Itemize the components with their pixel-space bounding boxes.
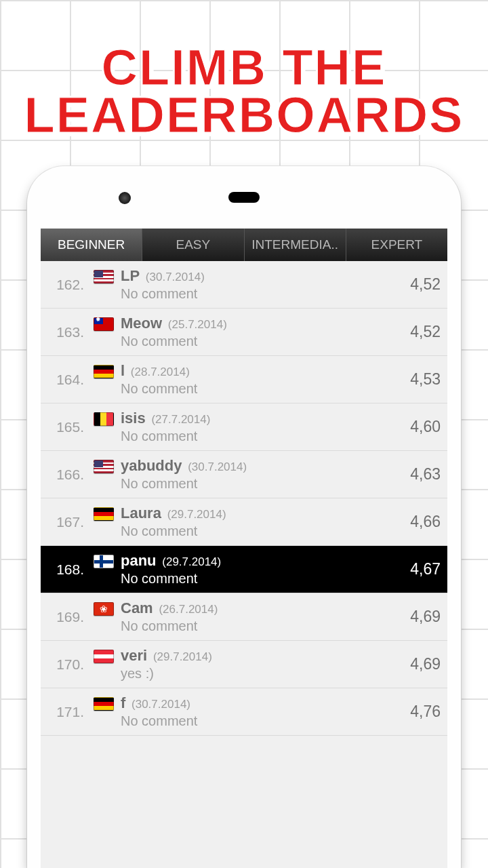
rank-number: 170. [45, 656, 84, 673]
tab-easy[interactable]: EASY [142, 229, 243, 261]
entry-date: (27.7.2014) [148, 413, 211, 426]
player-score: 4,63 [410, 465, 441, 484]
leaderboard-row[interactable]: 162.LP (30.7.2014)No comment4,52 [41, 261, 447, 309]
entry-date: (30.7.2014) [128, 698, 190, 711]
entry-date: (29.7.2014) [159, 555, 222, 568]
rank-number: 165. [45, 419, 84, 435]
player-name: yabuddy [121, 457, 182, 474]
player-comment: No comment [121, 571, 406, 587]
entry-date: (25.7.2014) [165, 318, 227, 331]
rank-number: 166. [45, 467, 84, 483]
phone-bezel [27, 166, 461, 229]
camera-icon [119, 192, 131, 204]
player-comment: No comment [121, 381, 406, 397]
entry-date: (28.7.2014) [127, 366, 190, 378]
flag-icon [94, 412, 114, 426]
flag-icon [94, 460, 114, 473]
flag-icon [94, 650, 114, 663]
player-name: Laura [121, 505, 161, 521]
player-score: 4,52 [410, 323, 441, 341]
player-info: f (30.7.2014)No comment [121, 694, 406, 729]
flag-icon [94, 507, 114, 521]
rank-number: 162. [45, 277, 84, 293]
player-score: 4,76 [410, 703, 441, 721]
player-info: l (28.7.2014)No comment [121, 362, 406, 397]
player-comment: yes :) [121, 666, 406, 682]
player-comment: No comment [121, 713, 406, 729]
title-line-2: LEADERBOARDS [24, 87, 464, 143]
flag-icon [94, 555, 114, 568]
player-info: panu (29.7.2014)No comment [121, 552, 406, 587]
tab-intermedia[interactable]: INTERMEDIA.. [244, 229, 346, 261]
phone-screen: BEGINNEREASYINTERMEDIA..EXPERT 162.LP (3… [41, 229, 447, 868]
player-name: LP [121, 267, 140, 284]
rank-number: 164. [45, 372, 84, 388]
player-score: 4,66 [410, 513, 441, 531]
rank-number: 169. [45, 609, 84, 625]
entry-date: (26.7.2014) [156, 603, 218, 616]
flag-icon [94, 365, 114, 378]
player-info: Laura (29.7.2014)No comment [121, 505, 406, 539]
rank-number: 171. [45, 704, 84, 720]
player-name: veri [121, 647, 147, 664]
phone-frame: BEGINNEREASYINTERMEDIA..EXPERT 162.LP (3… [27, 166, 461, 868]
rank-number: 167. [45, 514, 84, 530]
player-name: isis [121, 410, 146, 427]
player-score: 4,67 [410, 560, 441, 578]
leaderboard-row[interactable]: 163.Meow (25.7.2014)No comment4,52 [41, 309, 447, 356]
player-comment: No comment [121, 286, 406, 302]
player-info: LP (30.7.2014)No comment [121, 267, 406, 302]
player-score: 4,69 [410, 608, 441, 626]
player-info: yabuddy (30.7.2014)No comment [121, 457, 406, 492]
leaderboard-row[interactable]: 168.panu (29.7.2014)No comment4,67 [41, 546, 447, 593]
player-info: isis (27.7.2014)No comment [121, 410, 406, 444]
flag-icon [94, 602, 114, 616]
entry-date: (29.7.2014) [150, 650, 212, 663]
player-score: 4,53 [410, 370, 441, 389]
player-name: l [121, 362, 125, 379]
leaderboard-row[interactable]: 166.yabuddy (30.7.2014)No comment4,63 [41, 451, 447, 498]
tab-beginner[interactable]: BEGINNER [41, 229, 142, 261]
player-comment: No comment [121, 429, 406, 444]
player-name: f [121, 694, 125, 711]
entry-date: (30.7.2014) [184, 460, 247, 473]
leaderboard-list[interactable]: 162.LP (30.7.2014)No comment4,52163.Meow… [41, 261, 447, 736]
player-score: 4,69 [410, 655, 441, 673]
player-info: Cam (26.7.2014)No comment [121, 599, 406, 634]
speaker-icon [228, 192, 260, 203]
leaderboard-row[interactable]: 170.veri (29.7.2014)yes :)4,69 [41, 641, 447, 688]
leaderboard-row[interactable]: 164.l (28.7.2014)No comment4,53 [41, 356, 447, 403]
player-comment: No comment [121, 476, 406, 492]
player-name: Cam [121, 599, 153, 616]
player-info: veri (29.7.2014)yes :) [121, 647, 406, 682]
player-score: 4,60 [410, 418, 441, 436]
player-name: Meow [121, 315, 162, 332]
player-name: panu [121, 552, 157, 569]
entry-date: (30.7.2014) [142, 271, 205, 283]
flag-icon [94, 697, 114, 711]
tab-expert[interactable]: EXPERT [346, 229, 447, 261]
flag-icon [94, 317, 114, 331]
player-score: 4,52 [410, 275, 441, 294]
player-info: Meow (25.7.2014)No comment [121, 315, 406, 349]
entry-date: (29.7.2014) [164, 508, 226, 521]
difficulty-tabs: BEGINNEREASYINTERMEDIA..EXPERT [41, 229, 447, 261]
leaderboard-row[interactable]: 169.Cam (26.7.2014)No comment4,69 [41, 593, 447, 641]
rank-number: 163. [45, 324, 84, 340]
rank-number: 168. [45, 561, 84, 578]
leaderboard-row[interactable]: 165.isis (27.7.2014)No comment4,60 [41, 403, 447, 451]
promo-title: CLIMB THE LEADERBOARDS [0, 44, 488, 140]
leaderboard-row[interactable]: 171.f (30.7.2014)No comment4,76 [41, 688, 447, 736]
player-comment: No comment [121, 524, 406, 539]
player-comment: No comment [121, 334, 406, 349]
flag-icon [94, 270, 114, 283]
leaderboard-row[interactable]: 167.Laura (29.7.2014)No comment4,66 [41, 498, 447, 546]
player-comment: No comment [121, 618, 406, 634]
